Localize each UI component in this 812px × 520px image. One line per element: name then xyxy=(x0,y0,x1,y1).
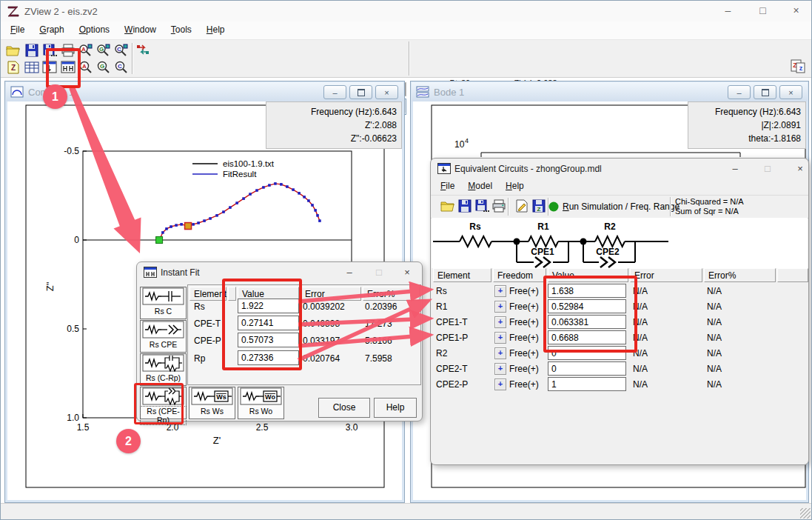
freedom-plus-button[interactable]: + xyxy=(494,332,506,344)
title-bar[interactable]: ZView 2 - eis.zv2 – □ × xyxy=(1,1,811,22)
save-icon[interactable] xyxy=(457,199,474,214)
eq-col-header-extra[interactable] xyxy=(777,268,808,282)
instant-fit-icon[interactable] xyxy=(60,60,77,76)
if-close-x-button[interactable]: × xyxy=(396,267,418,279)
zz-document-icon[interactable]: Zz xyxy=(790,59,807,74)
save-z-icon[interactable]: Z xyxy=(531,199,548,214)
eq-value-input[interactable]: 0.063381 xyxy=(548,315,626,329)
if-minimize-button[interactable]: – xyxy=(338,267,360,279)
if-value-input[interactable]: 0.57073 xyxy=(238,333,299,347)
eq-titlebar[interactable]: Equivalent Circuits - zhongGroup.mdl – □… xyxy=(431,159,808,179)
eq-cell-freedom[interactable]: Free(+) xyxy=(509,333,539,343)
mag-g-plus-icon[interactable]: G xyxy=(95,43,113,59)
mag-a-icon[interactable]: A xyxy=(78,60,95,76)
run-simulation-dot-icon xyxy=(548,201,560,213)
svg-text:Z": Z" xyxy=(44,281,56,291)
eq-value-input[interactable]: 1 xyxy=(548,377,626,391)
if-value-input[interactable]: 1.922 xyxy=(238,299,299,313)
if-col-header-errorpct[interactable]: Error% xyxy=(363,287,420,301)
zview-file-icon[interactable]: Z xyxy=(5,60,22,76)
eq-cell-freedom[interactable]: Free(+) xyxy=(509,301,539,312)
save-as-icon[interactable] xyxy=(41,43,58,59)
close-button-instant-fit[interactable]: Close xyxy=(318,398,370,418)
help-button-instant-fit[interactable]: Help xyxy=(374,398,417,418)
eq-maximize-button[interactable]: □ xyxy=(756,163,779,176)
circuit-button-rs-ws[interactable]: WsRs Ws xyxy=(189,387,235,419)
mag-g-icon[interactable]: G xyxy=(95,60,113,76)
open-folder-icon[interactable] xyxy=(440,199,457,214)
svg-text:3.0: 3.0 xyxy=(346,422,358,433)
print-icon[interactable] xyxy=(60,43,77,59)
mag-c-plus-icon[interactable]: C xyxy=(113,43,130,59)
menu-help[interactable]: Help xyxy=(199,21,232,38)
menu-graph[interactable]: Graph xyxy=(32,21,71,38)
eq-value-input[interactable]: 0 xyxy=(548,346,626,360)
eq-col-header-freedom[interactable]: Freedom xyxy=(493,268,546,282)
complex1-minimize-button[interactable]: – xyxy=(323,85,346,99)
freedom-plus-button[interactable]: + xyxy=(494,301,506,313)
save-icon[interactable] xyxy=(24,43,41,59)
menu-file[interactable]: File xyxy=(434,179,461,193)
menu-options[interactable]: Options xyxy=(72,21,117,38)
complex1-close-button[interactable]: × xyxy=(375,85,398,99)
circuit-button-rs-cpe-rp-[interactable]: Rs (CPE-Rp) xyxy=(140,387,187,419)
circuit-button-rs-c[interactable]: Rs C xyxy=(140,287,187,319)
edit-model-icon[interactable] xyxy=(514,199,531,214)
if-cell-element: CPE-P xyxy=(194,336,221,346)
eq-cell-freedom[interactable]: Free(+) xyxy=(509,317,539,327)
freedom-plus-button[interactable]: + xyxy=(494,347,506,359)
menu-model[interactable]: Model xyxy=(461,179,499,193)
eq-cell-freedom[interactable]: Free(+) xyxy=(509,286,539,296)
circuit-button-rs-cpe[interactable]: Rs CPE xyxy=(140,320,187,353)
eq-close-button[interactable]: × xyxy=(789,163,811,176)
if-value-input[interactable]: 0.27336 xyxy=(238,350,299,365)
menu-window[interactable]: Window xyxy=(117,21,164,38)
resize-grip[interactable] xyxy=(800,508,811,519)
if-col-header-gap[interactable] xyxy=(228,287,236,301)
run-simulation-label[interactable]: Run Simulation / Freq. Range xyxy=(563,201,680,212)
eq-col-header-value[interactable]: Value xyxy=(548,268,628,282)
eq-value-input[interactable]: 0.6688 xyxy=(548,330,626,344)
freedom-plus-button[interactable]: + xyxy=(494,316,506,328)
bode1-close-button[interactable]: × xyxy=(779,85,802,99)
data-table-icon[interactable] xyxy=(24,60,41,76)
swap-axes-button[interactable] xyxy=(135,43,152,59)
eq-col-header-error[interactable]: Error xyxy=(630,268,702,282)
freedom-plus-button[interactable]: + xyxy=(494,379,506,390)
eq-value-input[interactable]: 1.638 xyxy=(548,284,626,298)
eq-cell-freedom[interactable]: Free(+) xyxy=(509,379,539,390)
bode1-minimize-button[interactable]: – xyxy=(728,85,751,99)
eq-col-header-element[interactable]: Element xyxy=(433,268,491,282)
mag-a-plus-icon[interactable]: A xyxy=(78,43,95,59)
maximize-button[interactable]: □ xyxy=(746,1,779,21)
svg-text:0.5: 0.5 xyxy=(67,324,79,334)
menu-help[interactable]: Help xyxy=(499,179,531,193)
if-value-input[interactable]: 0.27141 xyxy=(238,316,299,330)
circuit-button-rs-c-rp-[interactable]: Rs (C-Rp) xyxy=(140,353,187,386)
eq-cell-freedom[interactable]: Free(+) xyxy=(509,364,539,374)
eq-cell-freedom[interactable]: Free(+) xyxy=(509,348,539,359)
if-maximize-button[interactable]: □ xyxy=(368,267,390,279)
instant-fit-titlebar[interactable]: Instant Fit – □ × xyxy=(137,262,422,282)
if-col-header-element[interactable]: Element xyxy=(189,287,227,301)
bode1-restore-button[interactable] xyxy=(754,85,776,99)
complex1-restore-button[interactable] xyxy=(349,85,372,99)
close-button[interactable]: × xyxy=(779,1,812,21)
menu-tools[interactable]: Tools xyxy=(164,21,199,38)
menu-file[interactable]: File xyxy=(3,21,32,38)
eq-value-input[interactable]: 0.52984 xyxy=(548,299,626,313)
eq-value-input[interactable]: 0 xyxy=(548,361,626,376)
eq-minimize-button[interactable]: – xyxy=(724,163,746,176)
window-select-icon[interactable] xyxy=(41,60,58,76)
save-as-icon[interactable] xyxy=(474,199,491,214)
freedom-plus-button[interactable]: + xyxy=(494,363,506,375)
open-folder-icon[interactable] xyxy=(5,43,22,59)
circuit-diagram-area[interactable]: RsR1CPE1R2CPE2 xyxy=(432,218,808,268)
if-col-header-error[interactable]: Error xyxy=(301,287,361,301)
print-icon[interactable] xyxy=(491,199,508,214)
eq-col-header-errorpct[interactable]: Error% xyxy=(704,268,776,282)
circuit-button-rs-wo[interactable]: WoRs Wo xyxy=(238,387,284,419)
freedom-plus-button[interactable]: + xyxy=(494,285,506,297)
mag-c-icon[interactable]: C xyxy=(113,60,130,76)
minimize-button[interactable]: – xyxy=(711,1,745,21)
